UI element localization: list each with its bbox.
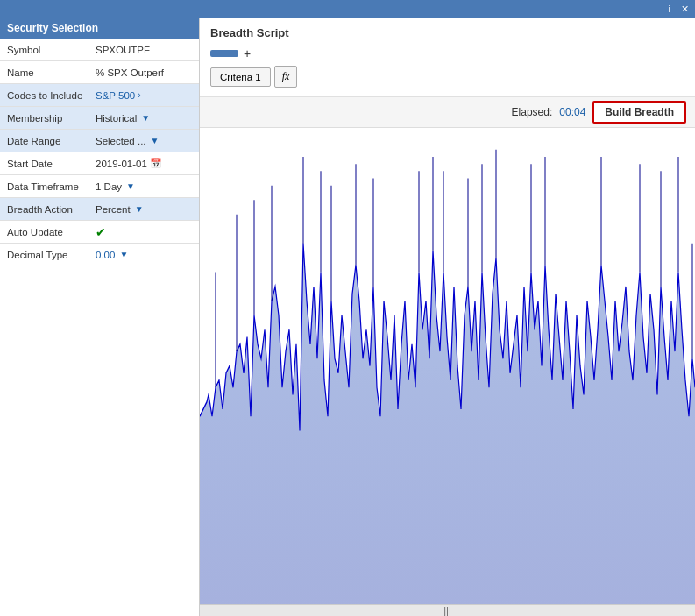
active-tab-indicator (210, 50, 238, 57)
decimal-type-value[interactable]: 0.00 ▼ (92, 247, 199, 263)
decimal-type-text: 0.00 (96, 250, 115, 260)
start-date-text: 2019-01-01 (96, 159, 147, 169)
codes-text: S&P 500 (96, 90, 135, 101)
build-breadth-button[interactable]: Build Breadth (592, 101, 686, 124)
decimal-type-row[interactable]: Decimal Type 0.00 ▼ (0, 244, 199, 266)
timeframe-label: Data Timeframe (0, 179, 92, 195)
right-panel: Breadth Script + Criteria 1 fx Elapsed: … (200, 18, 695, 616)
date-range-value[interactable]: Selected ... ▼ (92, 133, 199, 149)
timeframe-dropdown-icon: ▼ (126, 181, 135, 191)
criteria-1-button[interactable]: Criteria 1 (210, 67, 271, 87)
close-button[interactable]: ✕ (678, 4, 691, 15)
codes-value[interactable]: S&P 500 › (92, 88, 199, 103)
breadth-script-title: Breadth Script (210, 26, 684, 39)
criteria-row: Criteria 1 fx (210, 66, 684, 88)
name-row: Name % SPX Outperf (0, 61, 199, 84)
symbol-label: Symbol (0, 42, 92, 58)
start-date-label: Start Date (0, 156, 92, 172)
breadth-action-value[interactable]: Percent ▼ (92, 202, 199, 217)
breadth-action-label: Breadth Action (0, 202, 92, 217)
codes-arrow-icon: › (138, 90, 140, 100)
scrollbar-area[interactable]: ||| (200, 604, 695, 616)
add-criteria-button[interactable]: + (244, 46, 251, 60)
breadth-chart (200, 128, 695, 604)
elapsed-label: Elapsed: (512, 106, 553, 118)
timeframe-value[interactable]: 1 Day ▼ (92, 179, 199, 195)
main-container: Security Selection Symbol SPXOUTPF Name … (0, 18, 695, 616)
elapsed-value: 00:04 (559, 106, 585, 118)
auto-update-label: Auto Update (0, 224, 92, 240)
fx-button[interactable]: fx (274, 66, 298, 88)
auto-update-value[interactable]: ✔ (92, 223, 199, 242)
codes-row[interactable]: Codes to Include S&P 500 › (0, 84, 199, 107)
membership-label: Membership (0, 110, 92, 126)
toolbar-row: Elapsed: 00:04 Build Breadth (200, 97, 695, 128)
breadth-action-dropdown-icon: ▼ (135, 204, 144, 214)
left-panel: Security Selection Symbol SPXOUTPF Name … (0, 18, 200, 616)
membership-text: Historical (96, 113, 137, 124)
codes-label: Codes to Include (0, 88, 92, 103)
auto-update-check-icon: ✔ (96, 225, 106, 239)
name-value: % SPX Outperf (92, 65, 199, 81)
symbol-row: Symbol SPXOUTPF (0, 39, 199, 61)
scrollbar-handle-icon: ||| (443, 605, 451, 616)
decimal-type-label: Decimal Type (0, 247, 92, 263)
symbol-value: SPXOUTPF (92, 42, 199, 58)
decimal-type-dropdown-icon: ▼ (119, 250, 128, 259)
breadth-script-area: Breadth Script + Criteria 1 fx (200, 18, 695, 97)
start-date-row[interactable]: Start Date 2019-01-01 📅 (0, 152, 199, 175)
timeframe-text: 1 Day (96, 181, 122, 192)
panel-title: Security Selection (0, 18, 199, 39)
timeframe-row[interactable]: Data Timeframe 1 Day ▼ (0, 175, 199, 198)
auto-update-row[interactable]: Auto Update ✔ (0, 221, 199, 244)
calendar-icon[interactable]: 📅 (150, 158, 162, 169)
date-range-label: Date Range (0, 133, 92, 149)
info-button[interactable]: i (666, 4, 673, 14)
chart-area (200, 128, 695, 604)
membership-dropdown-icon: ▼ (141, 113, 150, 123)
date-range-row[interactable]: Date Range Selected ... ▼ (0, 130, 199, 152)
date-range-text: Selected ... (96, 136, 146, 146)
breadth-action-row[interactable]: Breadth Action Percent ▼ (0, 198, 199, 221)
breadth-action-text: Percent (96, 204, 131, 215)
name-label: Name (0, 65, 92, 81)
membership-value[interactable]: Historical ▼ (92, 110, 199, 126)
start-date-value[interactable]: 2019-01-01 📅 (92, 155, 199, 172)
script-tabs: + (210, 46, 684, 60)
membership-row[interactable]: Membership Historical ▼ (0, 107, 199, 130)
title-bar: i ✕ (0, 0, 695, 18)
date-range-dropdown-icon: ▼ (151, 136, 160, 145)
